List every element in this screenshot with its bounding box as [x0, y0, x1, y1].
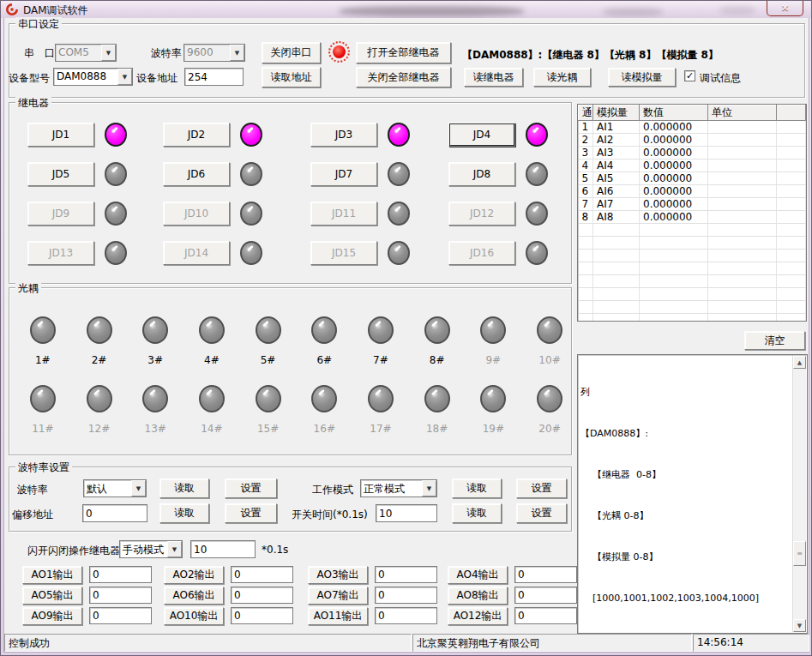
analog-output-field[interactable]: [375, 587, 437, 604]
opto-label: 1#: [35, 354, 51, 366]
chevron-down-icon[interactable]: ▼: [167, 541, 182, 557]
opto-led-icon: [142, 385, 168, 412]
relay-button[interactable]: JD9: [27, 202, 94, 226]
baud-read-button[interactable]: 读取: [159, 478, 209, 498]
analog-output-grid: AO1输出 AO2输出 AO3输出 AO4输出: [22, 564, 580, 626]
read-address-button[interactable]: 读取地址: [262, 67, 321, 87]
analog-output-field[interactable]: [514, 566, 577, 583]
analog-output-button[interactable]: AO3输出: [308, 566, 368, 584]
com-port-select[interactable]: COM5 ▼: [55, 44, 117, 62]
analog-output-button[interactable]: AO8输出: [448, 587, 508, 605]
table-row: 2 AI2 0.000000: [579, 134, 806, 147]
analog-output-field[interactable]: [89, 566, 152, 583]
read-analog-button[interactable]: 读模拟量: [608, 68, 676, 87]
analog-output-button[interactable]: AO5输出: [22, 587, 82, 605]
scrollbar-thumb[interactable]: ≡: [793, 541, 806, 566]
baudrate-select[interactable]: 9600 ▼: [183, 44, 245, 62]
opto-cell: 1#: [15, 316, 71, 366]
log-line: 【模拟量 0-8】: [580, 552, 791, 563]
work-mode-select[interactable]: 正常模式 ▼: [360, 479, 437, 497]
relay-led-icon: [240, 241, 262, 265]
device-model-select[interactable]: DAM0888 ▼: [53, 68, 133, 86]
analog-output-button[interactable]: AO2输出: [164, 566, 224, 584]
close-button[interactable]: ✕: [767, 1, 803, 16]
analog-output-field[interactable]: [89, 587, 152, 604]
analog-output-button[interactable]: AO4输出: [448, 566, 508, 584]
cell-unit: [708, 211, 777, 224]
analog-output-button[interactable]: AO9输出: [22, 607, 82, 625]
opto-label: 9#: [485, 354, 501, 366]
offset-set-button[interactable]: 设置: [225, 503, 277, 523]
analog-output-button[interactable]: AO12输出: [448, 607, 508, 625]
read-opto-button[interactable]: 读光耦: [533, 68, 591, 87]
scroll-down-icon[interactable]: ▼: [793, 619, 806, 632]
read-relay-button[interactable]: 读继电器: [464, 68, 523, 87]
relay-button[interactable]: JD10: [163, 202, 230, 226]
relay-button[interactable]: JD16: [448, 241, 515, 265]
offset-read-button[interactable]: 读取: [159, 503, 209, 523]
baud-select[interactable]: 默认 ▼: [83, 479, 147, 497]
analog-output-field[interactable]: [375, 566, 437, 583]
switch-time-field[interactable]: [376, 504, 437, 522]
analog-output-button[interactable]: AO6输出: [164, 587, 224, 605]
analog-output-field[interactable]: [231, 607, 293, 624]
flash-time-field[interactable]: [190, 540, 256, 558]
relay-button[interactable]: JD1: [27, 123, 94, 147]
relay-led-icon: [240, 202, 262, 226]
debug-info-checkbox[interactable]: [684, 70, 695, 81]
relay-button[interactable]: JD13: [27, 241, 94, 265]
cell-analog: AI8: [593, 211, 640, 224]
analog-output-button[interactable]: AO10输出: [164, 607, 224, 625]
relay-button[interactable]: JD8: [448, 162, 515, 186]
switch-time-read-button[interactable]: 读取: [452, 503, 502, 523]
offset-address-field[interactable]: [82, 504, 147, 522]
relay-button[interactable]: JD12: [448, 202, 515, 226]
chevron-down-icon[interactable]: ▼: [117, 69, 132, 85]
chevron-down-icon[interactable]: ▼: [101, 45, 116, 61]
relay-button[interactable]: JD2: [163, 123, 230, 147]
col-header-extra[interactable]: [777, 105, 806, 121]
analog-output-field[interactable]: [514, 587, 577, 604]
switch-time-set-button[interactable]: 设置: [516, 503, 567, 523]
relay-button[interactable]: JD15: [310, 241, 377, 265]
chevron-down-icon[interactable]: ▼: [422, 480, 436, 497]
debug-log-box[interactable]: 列 【DAM0888】: 【继电器 0-8】 【光耦 0-8】 【模拟量 0-8…: [577, 354, 808, 634]
relay-button[interactable]: JD5: [27, 162, 94, 186]
col-header-value[interactable]: 数值: [640, 105, 708, 121]
device-address-field[interactable]: [184, 68, 244, 86]
col-header-analog[interactable]: 模拟量: [593, 105, 640, 121]
analog-output-field[interactable]: [231, 566, 293, 583]
relay-button[interactable]: JD11: [310, 202, 377, 226]
close-serial-button[interactable]: 关闭串口: [262, 42, 321, 63]
chevron-down-icon[interactable]: ▼: [230, 45, 244, 61]
analog-output-button[interactable]: AO11输出: [308, 607, 368, 625]
relay-button[interactable]: JD6: [163, 162, 230, 186]
close-all-relays-button[interactable]: 关闭全部继电器: [356, 67, 451, 87]
opto-group-title: 光耦: [15, 281, 41, 296]
relay-button[interactable]: JD3: [310, 123, 377, 147]
chevron-down-icon[interactable]: ▼: [131, 480, 146, 497]
open-all-relays-button[interactable]: 打开全部继电器: [356, 42, 451, 63]
log-scrollbar[interactable]: ▲ ≡ ▼: [792, 356, 806, 632]
analog-output-field[interactable]: [514, 607, 577, 624]
relay-button[interactable]: JD7: [310, 162, 377, 186]
analog-output-field[interactable]: [375, 607, 437, 624]
table-empty-row: [579, 224, 806, 237]
flash-mode-select[interactable]: 手动模式 ▼: [119, 540, 183, 558]
analog-output-button[interactable]: AO1输出: [22, 566, 82, 584]
cell-value: 0.000000: [640, 211, 708, 224]
app-window: DAM调试软件 ✕ 串口设定 串 口 COM5 ▼ 波特率 9600 ▼ 关闭串…: [0, 0, 812, 656]
col-header-unit[interactable]: 单位: [708, 105, 777, 121]
cell-value: 0.000000: [640, 185, 708, 198]
relay-button[interactable]: JD14: [163, 241, 230, 265]
work-mode-set-button[interactable]: 设置: [516, 478, 567, 498]
clear-log-button[interactable]: 清空: [744, 331, 805, 350]
work-mode-read-button[interactable]: 读取: [452, 478, 502, 498]
col-header-channel[interactable]: 通: [579, 105, 593, 121]
analog-output-button[interactable]: AO7输出: [308, 587, 368, 605]
scroll-up-icon[interactable]: ▲: [793, 356, 806, 369]
baud-set-button[interactable]: 设置: [225, 478, 277, 498]
relay-button[interactable]: JD4: [448, 123, 515, 147]
analog-output-field[interactable]: [231, 587, 293, 604]
analog-output-field[interactable]: [89, 607, 152, 624]
